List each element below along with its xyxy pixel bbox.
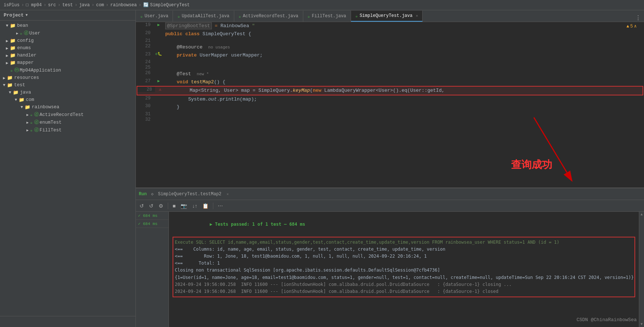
warning-icon: ▲ xyxy=(626,24,629,29)
more-options-button[interactable]: ⋮ xyxy=(632,14,644,22)
tree-item-user[interactable]: ▶ ☕ ⓓ User xyxy=(0,29,135,37)
tree-item-enumtest[interactable]: ▶ ☕ ⓓ enumTest xyxy=(0,119,135,126)
tab-activerecordtest[interactable]: ☕ ActiveRecordTest.java xyxy=(234,11,303,22)
tree-item-com[interactable]: ▼ 📁 com xyxy=(0,96,135,103)
tree-item-rainbowsea[interactable]: ▼ 📁 rainbowsea xyxy=(0,103,135,111)
tree-label-resources: resources xyxy=(14,75,39,80)
breadcrumb-item[interactable]: java xyxy=(79,3,90,8)
tree-label-mapper: mapper xyxy=(17,60,34,65)
code-line-30: 30 } xyxy=(136,103,644,111)
stop-button[interactable]: ■ xyxy=(171,202,177,210)
scroll-down-arrow[interactable]: ▼ xyxy=(640,322,643,326)
screenshot-button[interactable]: 📷 xyxy=(179,202,188,210)
breadcrumb-item[interactable]: □ mp04 xyxy=(26,3,41,8)
chevron-down-icon[interactable]: ▼ xyxy=(26,13,28,17)
line-gutter xyxy=(153,95,164,96)
breadcrumb-sep: › xyxy=(21,3,24,8)
scroll-up-arrow[interactable]: ▲ xyxy=(640,212,643,217)
project-title[interactable]: Project xyxy=(4,12,24,18)
chevron-right-icon: ▶ xyxy=(26,120,29,125)
line-code: @Resource no usages xyxy=(164,43,644,51)
tab-simplequerytest[interactable]: ☕ SimpleQueryTest.java ✕ xyxy=(351,11,423,22)
breadcrumb-item[interactable]: rainbowsea xyxy=(111,3,137,8)
close-run-tab-button[interactable]: ✕ xyxy=(227,192,229,196)
line-number: 29 xyxy=(136,95,153,101)
pin-button[interactable]: ↓↑ xyxy=(191,202,199,210)
interface-icon: ⓓ xyxy=(24,30,29,36)
line-code: @SpringBootTest = RainbowSea " xyxy=(164,22,644,30)
breadcrumb-sep: › xyxy=(75,3,77,8)
code-editor[interactable]: ▲ 5 ∧ 19 ▶ @SpringBootTest = RainbowSea … xyxy=(136,22,644,188)
run-output[interactable]: ▶ Tests passed: 1 of 1 test – 684 ms Exe… xyxy=(169,212,639,327)
breadcrumb-item-current[interactable]: SimpleQueryTest xyxy=(150,3,190,8)
code-line-29: 29 System.out.println(map); xyxy=(136,95,644,103)
right-scrollbar: ▲ ▼ xyxy=(639,212,644,327)
line-number: 28 xyxy=(137,87,155,92)
run-tab-label[interactable]: Run xyxy=(139,192,147,197)
test-result-item[interactable]: ✓ 684 ms xyxy=(136,212,169,220)
chevron-right-icon: ▶ xyxy=(6,46,8,51)
line-code xyxy=(164,111,644,112)
breadcrumb-item[interactable]: src xyxy=(48,3,56,8)
more-button[interactable]: ⋯ xyxy=(216,202,224,210)
breadcrumb-item[interactable]: com xyxy=(96,3,104,8)
tree-item-handler[interactable]: ▶ 📁 handler xyxy=(0,52,135,59)
check-icon: ✓ xyxy=(138,214,141,218)
tree-label-com: com xyxy=(26,97,35,102)
breadcrumb-item[interactable]: isPlus xyxy=(4,3,19,8)
expand-icon[interactable]: ∧ xyxy=(634,23,637,29)
folder-icon: 📁 xyxy=(7,75,13,81)
tab-close-button[interactable]: ✕ xyxy=(416,14,418,18)
code-line-31: 31 xyxy=(136,111,644,117)
test-duration-2: 684 ms xyxy=(143,222,158,226)
java-icon: ☕ xyxy=(30,120,33,125)
run-panel-content[interactable]: ✓ 684 ms ✓ 684 ms ▶ Tests passed: 1 of 1… xyxy=(136,212,644,327)
code-line-32: 32 xyxy=(136,117,644,122)
run-panel-toolbar: ↺ ↺ ⚙ ■ 📷 ↓↑ 📋 ⋯ xyxy=(136,200,644,212)
line-code xyxy=(164,59,644,60)
breadcrumb-icon: 🔄 xyxy=(143,2,149,8)
line-number: 24 xyxy=(136,59,153,65)
tree-item-config[interactable]: ▶ 📁 config xyxy=(0,37,135,44)
tree-item-filltest[interactable]: ▶ ☕ ⓓ FillTest xyxy=(0,126,135,134)
tab-filltest[interactable]: ☕ FillTest.java xyxy=(303,11,351,22)
code-line-21: 21 xyxy=(136,38,644,43)
chevron-right-icon: ▶ xyxy=(26,113,29,117)
tree-item-mp04app[interactable]: ☕ ⓜ Mp04Application xyxy=(0,66,135,74)
tree-label-enumtest: enumTest xyxy=(40,120,62,125)
output-shutdown-line-1: 2024-09-24 19:56:00.258 INFO 11600 --- [… xyxy=(175,281,633,288)
test-result-item-2[interactable]: ✓ 684 ms xyxy=(136,220,169,228)
folder-icon: 📁 xyxy=(25,104,30,110)
folder-icon: 📁 xyxy=(10,45,16,51)
java-icon: ☕ xyxy=(20,31,22,36)
line-code: private UserMapper userMapper; xyxy=(164,51,644,59)
tree-item-resources[interactable]: ▶ 📁 resources xyxy=(0,74,135,81)
tree-item-java[interactable]: ▼ 📁 java xyxy=(0,89,135,96)
tab-label: User.java xyxy=(145,14,169,19)
check-icon: ✓ xyxy=(138,222,141,226)
content-area: ☕ User.java ☕ UpdataAllTest.java ☕ Activ… xyxy=(136,10,644,327)
tree-item-mapper[interactable]: ▶ 📁 mapper xyxy=(0,59,135,66)
copy-button[interactable]: 📋 xyxy=(201,202,210,210)
run-panel-sidebar-tab xyxy=(0,316,135,327)
java-file-icon: ☕ xyxy=(140,14,143,19)
java-file-icon: ☕ xyxy=(355,14,358,18)
line-gutter: ⊘🐛 xyxy=(153,51,164,56)
settings-button[interactable]: ⚙ xyxy=(157,202,165,210)
line-gutter xyxy=(153,43,164,44)
tree-label-rainbowsea: rainbowsea xyxy=(32,105,59,110)
tree-item-test[interactable]: ▼ 📁 test xyxy=(0,81,135,89)
toolbar-separator xyxy=(213,203,213,209)
tree-item-enums[interactable]: ▶ 📁 enums xyxy=(0,44,135,52)
line-number: 22 xyxy=(136,43,153,49)
tab-user[interactable]: ☕ User.java xyxy=(136,11,173,22)
rerun-failed-button[interactable]: ↺ xyxy=(148,202,155,210)
code-line-24: 24 xyxy=(136,59,644,65)
line-number: 21 xyxy=(136,38,153,43)
breadcrumb-item[interactable]: test xyxy=(62,3,73,8)
tab-updataalltest[interactable]: ☕ UpdataAllTest.java xyxy=(173,11,234,22)
rerun-button[interactable]: ↺ xyxy=(138,202,145,210)
folder-icon: 📁 xyxy=(19,97,25,103)
tree-item-activerecordtest[interactable]: ▶ ☕ ⓓ ActiveRecordTest xyxy=(0,111,135,119)
tree-item-bean[interactable]: ▼ 📁 bean xyxy=(0,22,135,29)
